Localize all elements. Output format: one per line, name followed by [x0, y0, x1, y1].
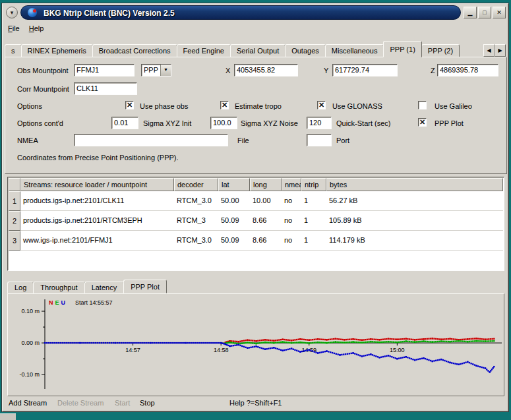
- cell-bytes: 114.179 kB: [326, 231, 503, 251]
- title-capsule: BKG Ntrip Client (BNC) Version 2.5: [20, 5, 461, 20]
- minimize-icon: ▁: [468, 9, 473, 16]
- sigma-xyz-init-label: Sigma XYZ Init: [143, 119, 191, 127]
- add-stream-button[interactable]: Add Stream: [9, 399, 47, 407]
- col-header-decoder[interactable]: decoder: [174, 178, 218, 191]
- col-header-nmea[interactable]: nmea: [282, 178, 301, 191]
- svg-text:14:57: 14:57: [125, 347, 140, 353]
- cell-lat: 50.09: [218, 231, 250, 251]
- cell-nmea: no: [282, 191, 301, 211]
- menu-file[interactable]: File: [3, 23, 24, 34]
- tab-rinex-ephemeris[interactable]: RINEX Ephemeris: [21, 44, 93, 57]
- start-button[interactable]: Start: [115, 399, 130, 407]
- menu-bar: File Help: [3, 22, 507, 35]
- col-header-lat[interactable]: lat: [218, 178, 250, 191]
- tab-partial[interactable]: s: [5, 44, 22, 57]
- nmea-port-input[interactable]: [307, 134, 332, 146]
- options-contd-label: Options cont'd: [17, 119, 63, 127]
- obs-mountpoint-input[interactable]: FFMJ1: [74, 64, 135, 76]
- close-icon: ✕: [496, 9, 502, 16]
- table-row[interactable]: 3 www.igs-ip.net:2101/FFMJ1 RTCM_3.0 50.…: [9, 231, 503, 251]
- close-button[interactable]: ✕: [493, 7, 506, 18]
- col-header-mountpoint[interactable]: Streams: resource loader / mountpoint: [20, 178, 174, 191]
- row-number[interactable]: 2: [9, 211, 20, 231]
- tab-scroll-left-button[interactable]: ◀: [483, 44, 495, 57]
- x-coordinate-input[interactable]: 4053455.82: [234, 64, 298, 76]
- use-glonass-checkbox[interactable]: ✕: [317, 101, 326, 109]
- tab-broadcast-corrections[interactable]: Broadcast Corrections: [92, 44, 177, 57]
- cell-decoder: RTCM_3: [174, 211, 218, 231]
- combo-selected-value: PPP: [144, 65, 158, 76]
- output-tab-bar: LogThroughputLatencyPPP Plot: [7, 280, 503, 293]
- window-title: BKG Ntrip Client (BNC) Version 2.5: [44, 6, 175, 20]
- tab-feed-engine[interactable]: Feed Engine: [177, 44, 231, 57]
- tab-miscellaneous[interactable]: Miscellaneous: [325, 44, 384, 57]
- tab-scroll-right-button[interactable]: ▶: [495, 44, 506, 57]
- minimize-button[interactable]: ▁: [464, 7, 477, 18]
- cell-mountpoint: products.igs-ip.net:2101/RTCM3EPH: [20, 211, 174, 231]
- use-galileo-checkbox[interactable]: [418, 101, 427, 109]
- settings-tab-bar: sRINEX EphemerisBroadcast CorrectionsFee…: [5, 41, 506, 57]
- tab-outages[interactable]: Outages: [285, 44, 326, 57]
- col-header-long[interactable]: long: [250, 178, 282, 191]
- main-window: ▾ BKG Ntrip Client (BNC) Version 2.5 ▁ □…: [1, 3, 509, 412]
- tab-serial-output[interactable]: Serial Output: [230, 44, 286, 57]
- y-coordinate-input[interactable]: 617729.74: [332, 64, 398, 76]
- delete-stream-button[interactable]: Delete Stream: [57, 399, 104, 407]
- ppp-plot-label: PPP Plot: [435, 119, 464, 127]
- obs-mountpoint-combo[interactable]: PPP ▼: [141, 64, 171, 76]
- col-header-bytes[interactable]: bytes: [326, 178, 503, 191]
- cell-decoder: RTCM_3.0: [174, 231, 218, 251]
- col-header-ntrip[interactable]: ntrip: [301, 178, 326, 191]
- table-row[interactable]: 1 products.igs-ip.net:2101/CLK11 RTCM_3.…: [9, 191, 503, 211]
- estimate-tropo-checkbox[interactable]: ✕: [220, 101, 229, 109]
- maximize-icon: □: [483, 9, 486, 16]
- row-number[interactable]: 1: [9, 191, 20, 211]
- nmea-file-input[interactable]: [74, 134, 228, 146]
- tab-ppp-2[interactable]: PPP (2): [421, 44, 460, 57]
- use-phase-obs-label: Use phase obs: [140, 102, 188, 110]
- corner-header-cell[interactable]: [9, 178, 20, 191]
- svg-text:0.10 m: 0.10 m: [21, 308, 40, 315]
- cell-ntrip: 1: [301, 211, 326, 231]
- chevron-down-icon: ▾: [11, 9, 14, 16]
- z-coordinate-input[interactable]: 4869395.78: [437, 64, 498, 76]
- quick-start-input[interactable]: 120: [307, 117, 332, 129]
- check-x-icon: ✕: [419, 119, 426, 126]
- title-bar[interactable]: ▾ BKG Ntrip Client (BNC) Version 2.5 ▁ □…: [3, 5, 507, 20]
- corr-mountpoint-label: Corr Mountpoint: [17, 85, 69, 93]
- table-row[interactable]: 2 products.igs-ip.net:2101/RTCM3EPH RTCM…: [9, 211, 503, 231]
- maximize-button[interactable]: □: [478, 7, 491, 18]
- help-button[interactable]: Help ?=Shift+F1: [229, 399, 282, 407]
- stop-button[interactable]: Stop: [140, 399, 155, 407]
- ppp-plot-checkbox[interactable]: ✕: [418, 118, 427, 127]
- cell-mountpoint: www.igs-ip.net:2101/FFMJ1: [20, 231, 174, 251]
- ppp-plot-chart: 0.10 m0.00 m-0.10 m14:5714:5814:5915:00: [9, 295, 503, 394]
- window-menu-button[interactable]: ▾: [6, 7, 18, 18]
- cell-long: 8.66: [250, 211, 282, 231]
- estimate-tropo-label: Estimate tropo: [235, 102, 282, 110]
- sigma-xyz-noise-label: Sigma XYZ Noise: [241, 119, 298, 127]
- svg-text:-0.10 m: -0.10 m: [19, 371, 40, 378]
- check-x-icon: ✕: [126, 102, 133, 109]
- tab-throughput[interactable]: Throughput: [33, 282, 84, 293]
- cell-bytes: 105.89 kB: [326, 211, 503, 231]
- tab-ppp-1[interactable]: PPP (1): [383, 41, 421, 57]
- sigma-xyz-noise-input[interactable]: 100.0: [210, 117, 237, 129]
- ppp1-settings-pane: Obs Mountpoint FFMJ1 PPP ▼ X 4053455.82 …: [5, 57, 507, 174]
- tab-latency[interactable]: Latency: [84, 282, 125, 293]
- cell-decoder: RTCM_3.0: [174, 191, 218, 211]
- combo-dropdown-button[interactable]: ▼: [160, 65, 171, 76]
- sigma-xyz-init-input[interactable]: 0.01: [111, 117, 138, 129]
- cell-mountpoint: products.igs-ip.net:2101/CLK11: [20, 191, 174, 211]
- cell-ntrip: 1: [301, 231, 326, 251]
- streams-table-header: Streams: resource loader / mountpoint de…: [9, 178, 503, 191]
- corr-mountpoint-input[interactable]: CLK11: [74, 82, 137, 95]
- file-label: File: [237, 136, 249, 144]
- tab-log[interactable]: Log: [7, 282, 34, 293]
- use-phase-obs-checkbox[interactable]: ✕: [125, 101, 134, 109]
- options-label: Options: [17, 102, 42, 110]
- menu-help[interactable]: Help: [24, 23, 49, 34]
- cell-ntrip: 1: [301, 191, 326, 211]
- tab-ppp-plot[interactable]: PPP Plot: [123, 280, 167, 293]
- row-number[interactable]: 3: [9, 231, 20, 251]
